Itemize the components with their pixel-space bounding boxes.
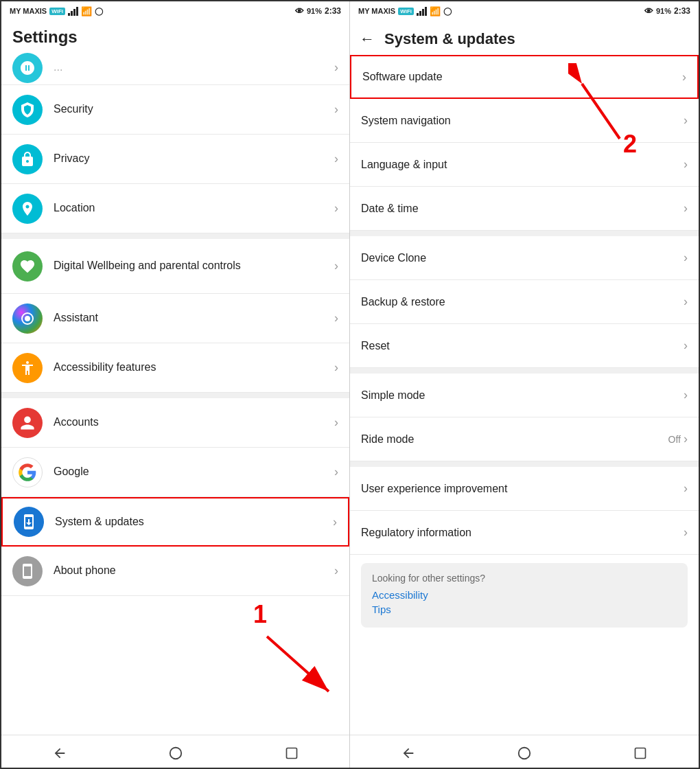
digital-wellbeing-chevron: ›	[334, 259, 338, 273]
home-nav-btn-right[interactable]	[504, 739, 545, 767]
right-item-language-input[interactable]: Language & input ›	[350, 143, 699, 187]
right-item-software-update[interactable]: Software update ›	[350, 55, 699, 99]
settings-item-accounts[interactable]: Accounts ›	[1, 398, 349, 448]
accessibility-label: Accessibility features	[54, 360, 329, 375]
backup-restore-label: Backup & restore	[361, 296, 684, 308]
digital-wellbeing-icon-bg	[12, 251, 43, 282]
system-navigation-label: System navigation	[361, 115, 684, 127]
system-navigation-chevron: ›	[684, 113, 688, 128]
backup-restore-chevron: ›	[684, 295, 688, 309]
security-icon-bg	[12, 95, 43, 125]
list-item-partial[interactable]: ... ›	[1, 51, 349, 85]
assistant-icon-bg	[12, 303, 43, 334]
right-header: ← System & updates	[350, 21, 699, 55]
back-nav-btn[interactable]	[39, 739, 80, 767]
accessibility-icon-bg	[12, 353, 43, 383]
about-phone-chevron: ›	[334, 564, 338, 578]
settings-item-accessibility[interactable]: Accessibility features ›	[1, 343, 349, 393]
software-update-chevron: ›	[682, 70, 686, 84]
security-chevron: ›	[334, 102, 338, 117]
device-clone-chevron: ›	[684, 251, 688, 265]
user-experience-chevron: ›	[684, 481, 688, 496]
accounts-chevron: ›	[334, 415, 338, 430]
tips-link[interactable]: Tips	[372, 604, 677, 615]
reset-chevron: ›	[684, 338, 688, 353]
status-right-right: 👁 91% 2:33	[644, 6, 690, 16]
settings-item-privacy[interactable]: Privacy ›	[1, 135, 349, 184]
language-input-chevron: ›	[684, 157, 688, 172]
system-updates-icon-bg	[14, 507, 44, 537]
screen-record-icon: ◯	[95, 7, 103, 16]
carrier-label: MY MAXIS	[10, 7, 47, 15]
settings-list: ... › Security › Privacy › Location ›	[1, 51, 349, 735]
left-panel: MY MAXIS WiFi 📶 ◯ 👁 91% 2:33 Settings ..…	[1, 1, 350, 769]
privacy-icon-bg	[12, 144, 43, 174]
date-time-label: Date & time	[361, 203, 684, 215]
home-nav-btn[interactable]	[155, 739, 196, 767]
right-item-date-time[interactable]: Date & time ›	[350, 187, 699, 231]
svg-point-2	[170, 747, 181, 759]
time-label: 2:33	[325, 6, 341, 16]
partial-chevron: ›	[334, 60, 338, 75]
ride-mode-chevron: ›	[684, 432, 688, 446]
right-item-regulatory[interactable]: Regulatory information ›	[350, 511, 699, 555]
google-label: Google	[54, 465, 329, 479]
right-item-ride-mode[interactable]: Ride mode Off ›	[350, 417, 699, 461]
device-clone-label: Device Clone	[361, 252, 684, 264]
right-item-system-navigation[interactable]: System navigation ›	[350, 99, 699, 143]
back-button[interactable]: ←	[357, 27, 377, 51]
signal-icon	[68, 7, 78, 16]
settings-item-google[interactable]: Google ›	[1, 448, 349, 497]
security-label: Security	[54, 102, 329, 117]
section-divider-1	[1, 233, 349, 239]
right-section-divider-1	[350, 231, 699, 236]
screen-record-icon-right: ◯	[443, 7, 452, 16]
wifi-icon-right: 📶	[430, 6, 441, 16]
system-updates-chevron: ›	[333, 515, 337, 529]
right-item-device-clone[interactable]: Device Clone ›	[350, 236, 699, 280]
right-item-simple-mode[interactable]: Simple mode ›	[350, 374, 699, 417]
settings-item-assistant[interactable]: Assistant ›	[1, 294, 349, 343]
right-section-divider-3	[350, 461, 699, 467]
settings-item-system-updates[interactable]: System & updates ›	[1, 497, 349, 547]
location-chevron: ›	[334, 201, 338, 216]
settings-item-security[interactable]: Security ›	[1, 85, 349, 135]
partial-text: ...	[54, 60, 329, 75]
right-settings-list: Software update › System navigation › La…	[350, 55, 699, 735]
accounts-icon-bg	[12, 408, 43, 438]
accessibility-chevron: ›	[334, 360, 338, 375]
settings-item-location[interactable]: Location ›	[1, 184, 349, 233]
regulatory-chevron: ›	[684, 525, 688, 540]
carrier-badge-right: WiFi	[398, 8, 414, 15]
signal-icon-right	[417, 7, 427, 16]
status-bar-right: MY MAXIS WiFi 📶 ◯ 👁 91% 2:33	[350, 1, 699, 21]
other-settings-title: Looking for other settings?	[372, 573, 677, 584]
right-section-divider-2	[350, 368, 699, 374]
status-left-right: MY MAXIS WiFi 📶 ◯	[358, 6, 452, 16]
wifi-icon: 📶	[81, 6, 92, 16]
software-update-label: Software update	[362, 71, 682, 83]
ride-mode-label: Ride mode	[361, 433, 668, 446]
digital-wellbeing-label: Digital Wellbeing and parental controls	[54, 259, 329, 273]
carrier-label-right: MY MAXIS	[358, 7, 395, 15]
location-label: Location	[54, 201, 329, 216]
svg-point-7	[519, 747, 530, 759]
back-nav-btn-right[interactable]	[388, 739, 429, 767]
accessibility-link[interactable]: Accessibility	[372, 589, 677, 601]
recents-nav-btn[interactable]	[271, 739, 312, 767]
settings-page-title: Settings	[1, 21, 349, 51]
right-item-user-experience[interactable]: User experience improvement ›	[350, 467, 699, 511]
recents-nav-btn-right[interactable]	[620, 739, 661, 767]
right-item-backup-restore[interactable]: Backup & restore ›	[350, 280, 699, 324]
svg-point-1	[25, 316, 30, 321]
google-icon-bg	[12, 457, 43, 487]
carrier-badge: WiFi	[49, 8, 65, 15]
right-page-title: System & updates	[384, 30, 515, 48]
right-item-reset[interactable]: Reset ›	[350, 324, 699, 368]
ride-mode-sub: Off	[668, 434, 681, 445]
partial-icon	[12, 53, 43, 83]
settings-item-about-phone[interactable]: About phone ›	[1, 547, 349, 596]
settings-item-digital-wellbeing[interactable]: Digital Wellbeing and parental controls …	[1, 239, 349, 294]
svg-rect-8	[635, 748, 646, 758]
privacy-label: Privacy	[54, 152, 329, 166]
